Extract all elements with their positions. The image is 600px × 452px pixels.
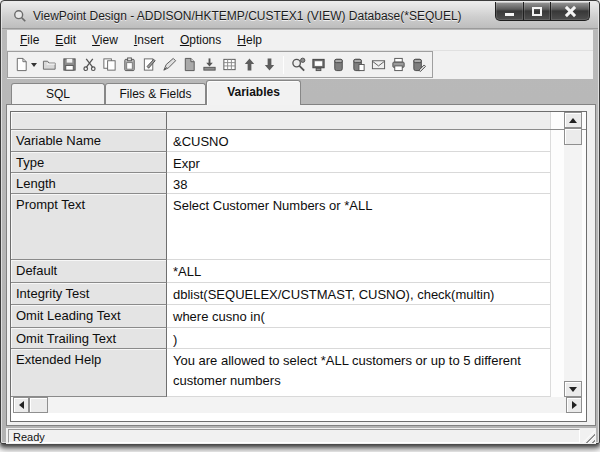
table-row: Type Expr: [11, 152, 586, 173]
vertical-scrollbar[interactable]: [564, 112, 582, 397]
row-value[interactable]: You are allowed to select *ALL customers…: [167, 349, 551, 397]
run-script-button[interactable]: [408, 54, 428, 76]
grid-rows: Variable Name &CUSNO Type Expr Length 38…: [11, 130, 586, 397]
table-row: Prompt Text Select Customer Numbers or *…: [11, 194, 586, 260]
insert-page-button[interactable]: [179, 54, 199, 76]
open-folder-icon: [42, 57, 57, 72]
row-label: Prompt Text: [11, 194, 167, 260]
close-button[interactable]: [550, 2, 590, 21]
import-button[interactable]: [199, 54, 219, 76]
horizontal-scrollbar[interactable]: [13, 397, 582, 413]
new-dropdown-caret-icon[interactable]: [31, 63, 37, 67]
variables-tab-page: Variable Name &CUSNO Type Expr Length 38…: [6, 104, 596, 426]
row-value[interactable]: Select Customer Numbers or *ALL: [167, 194, 551, 260]
open-button[interactable]: [39, 54, 59, 76]
copy-button[interactable]: [99, 54, 119, 76]
scroll-right-button[interactable]: [566, 397, 582, 413]
table-row: Default *ALL: [11, 260, 586, 283]
pen-icon: [162, 57, 177, 72]
row-value[interactable]: 38: [167, 173, 551, 194]
row-value[interactable]: *ALL: [167, 260, 551, 283]
row-value[interactable]: dblist(SEQUELEX/CUSTMAST, CUSNO), check(…: [167, 283, 551, 305]
table-row: Integrity Test dblist(SEQUELEX/CUSTMAST,…: [11, 283, 586, 305]
grid-header-row: [11, 112, 586, 130]
save-floppy-icon: [62, 57, 77, 72]
paste-button[interactable]: [119, 54, 139, 76]
grid-header-label-cell: [11, 112, 167, 129]
new-document-icon: [14, 57, 29, 72]
edit-page-icon: [142, 57, 157, 72]
scroll-down-button[interactable]: [564, 381, 582, 397]
close-icon: [564, 5, 576, 17]
scroll-left-button[interactable]: [13, 397, 29, 413]
menu-edit[interactable]: Edit: [47, 31, 84, 49]
arrow-up-icon: [242, 57, 257, 72]
toolbar: [7, 51, 433, 78]
resize-grip-icon[interactable]: [582, 430, 595, 443]
toolbar-zone: [7, 51, 593, 79]
menu-bar: File Edit View Insert Options Help: [7, 30, 593, 51]
horizontal-scroll-thumb[interactable]: [29, 397, 48, 413]
move-down-button[interactable]: [259, 54, 279, 76]
arrow-down-tray-icon: [202, 57, 217, 72]
draw-link-button[interactable]: [159, 54, 179, 76]
magnifier-gear-icon: [291, 57, 306, 72]
menu-insert[interactable]: Insert: [126, 31, 172, 49]
row-value[interactable]: Expr: [167, 152, 551, 173]
row-value[interactable]: where cusno in(: [167, 305, 551, 328]
paste-clipboard-icon: [122, 57, 137, 72]
move-up-button[interactable]: [239, 54, 259, 76]
table-row: Extended Help You are allowed to select …: [11, 349, 586, 397]
minimize-icon: [505, 13, 514, 16]
row-label: Variable Name: [11, 130, 167, 152]
triangle-right-icon: [572, 401, 577, 409]
variables-grid: Variable Name &CUSNO Type Expr Length 38…: [10, 111, 587, 422]
table-row: Variable Name &CUSNO: [11, 130, 586, 152]
display-results-button[interactable]: [308, 54, 328, 76]
file-output-button[interactable]: [348, 54, 368, 76]
magnifier-icon: [13, 9, 27, 23]
window-title: ViewPoint Design - ADDISON/HKTEMP/CUSTEX…: [33, 9, 462, 23]
new-document-button[interactable]: [11, 54, 39, 76]
toolbar-separator: [283, 56, 284, 74]
triangle-up-icon: [569, 118, 577, 123]
application-window: ViewPoint Design - ADDISON/HKTEMP/CUSTEX…: [0, 0, 600, 444]
database-output-button[interactable]: [328, 54, 348, 76]
cut-scissors-icon: [82, 57, 97, 72]
menu-file[interactable]: File: [12, 31, 47, 49]
grid-header-value-cell: [167, 112, 551, 129]
minimize-button[interactable]: [495, 2, 524, 21]
jar-pencil-icon: [411, 57, 426, 72]
display-monitor-icon: [311, 57, 326, 72]
title-bar[interactable]: ViewPoint Design - ADDISON/HKTEMP/CUSTEX…: [2, 2, 598, 29]
save-button[interactable]: [59, 54, 79, 76]
row-value[interactable]: &CUSNO: [167, 130, 551, 152]
jar-page-icon: [351, 57, 366, 72]
tab-sql[interactable]: SQL: [11, 83, 105, 105]
cut-button[interactable]: [79, 54, 99, 76]
tab-files-and-fields[interactable]: Files & Fields: [105, 83, 206, 105]
maximize-button[interactable]: [523, 2, 551, 21]
table-row: Omit Trailing Text ): [11, 328, 586, 349]
table-row: Omit Leading Text where cusno in(: [11, 305, 586, 328]
vertical-scroll-thumb[interactable]: [564, 128, 582, 145]
copy-pages-icon: [102, 57, 117, 72]
tab-variables[interactable]: Variables: [206, 80, 301, 105]
table-button[interactable]: [219, 54, 239, 76]
menu-options[interactable]: Options: [172, 31, 229, 49]
row-value[interactable]: ): [167, 328, 551, 349]
properties-button[interactable]: [139, 54, 159, 76]
arrow-down-icon: [262, 57, 277, 72]
row-label: Extended Help: [11, 349, 167, 397]
row-label: Length: [11, 173, 167, 194]
row-label: Omit Leading Text: [11, 305, 167, 328]
row-label: Default: [11, 260, 167, 283]
print-button[interactable]: [388, 54, 408, 76]
email-button[interactable]: [368, 54, 388, 76]
row-label: Integrity Test: [11, 283, 167, 305]
menu-help[interactable]: Help: [229, 31, 270, 49]
maximize-icon: [532, 7, 542, 16]
menu-view[interactable]: View: [84, 31, 126, 49]
run-query-button[interactable]: [288, 54, 308, 76]
scroll-up-button[interactable]: [564, 112, 582, 128]
